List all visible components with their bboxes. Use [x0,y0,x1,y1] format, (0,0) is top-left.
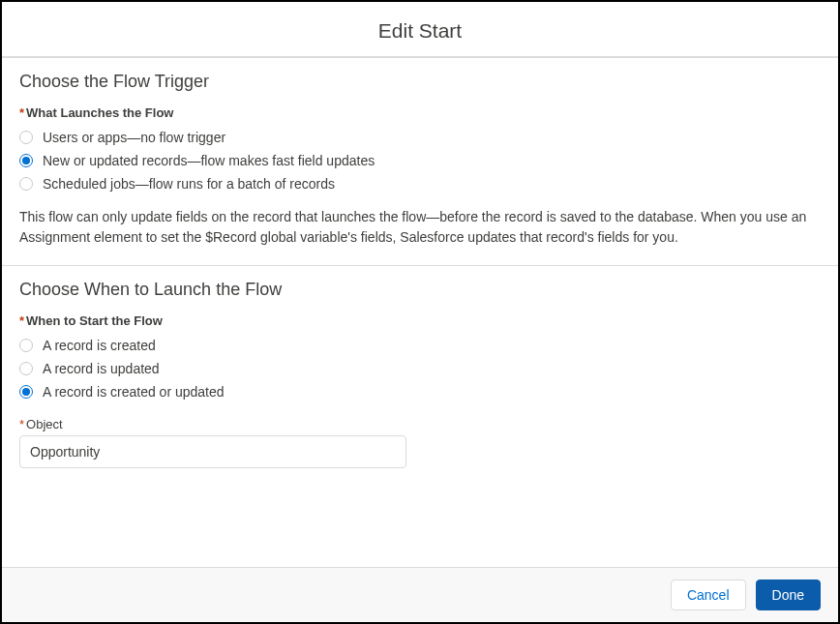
trigger-help-text: This flow can only update fields on the … [19,207,821,248]
trigger-option-scheduled[interactable]: Scheduled jobs—flow runs for a batch of … [19,172,821,195]
cancel-button[interactable]: Cancel [671,579,746,610]
radio-label: New or updated records—flow makes fast f… [43,153,375,168]
launch-section: Choose When to Launch the Flow When to S… [2,265,838,486]
radio-icon [19,362,33,375]
done-button[interactable]: Done [756,579,821,610]
object-label: Object [19,417,821,431]
object-input[interactable] [19,435,406,468]
dialog-footer: Cancel Done [2,567,838,622]
launch-field-label: When to Start the Flow [19,313,821,328]
radio-icon [19,177,33,191]
trigger-option-users-apps[interactable]: Users or apps—no flow trigger [19,126,821,149]
radio-icon [19,385,33,399]
trigger-option-new-updated[interactable]: New or updated records—flow makes fast f… [19,149,821,172]
launch-option-updated[interactable]: A record is updated [19,357,821,380]
launch-field: When to Start the Flow A record is creat… [19,313,821,403]
radio-icon [19,339,33,352]
trigger-field-label: What Launches the Flow [19,105,821,120]
trigger-section-title: Choose the Flow Trigger [19,72,821,92]
dialog-body: Choose the Flow Trigger What Launches th… [2,58,838,567]
radio-label: A record is updated [43,361,160,376]
radio-icon [19,154,33,167]
radio-label: A record is created or updated [43,384,225,400]
launch-option-created-or-updated[interactable]: A record is created or updated [19,380,821,403]
launch-option-created[interactable]: A record is created [19,334,821,357]
trigger-field: What Launches the Flow Users or apps—no … [19,105,821,195]
radio-label: Users or apps—no flow trigger [43,130,225,145]
launch-section-title: Choose When to Launch the Flow [19,280,821,300]
dialog-header: Edit Start [2,2,838,58]
radio-label: A record is created [43,338,156,353]
trigger-section: Choose the Flow Trigger What Launches th… [2,58,838,265]
dialog-title: Edit Start [2,19,838,43]
radio-icon [19,131,33,144]
radio-label: Scheduled jobs—flow runs for a batch of … [43,176,335,192]
